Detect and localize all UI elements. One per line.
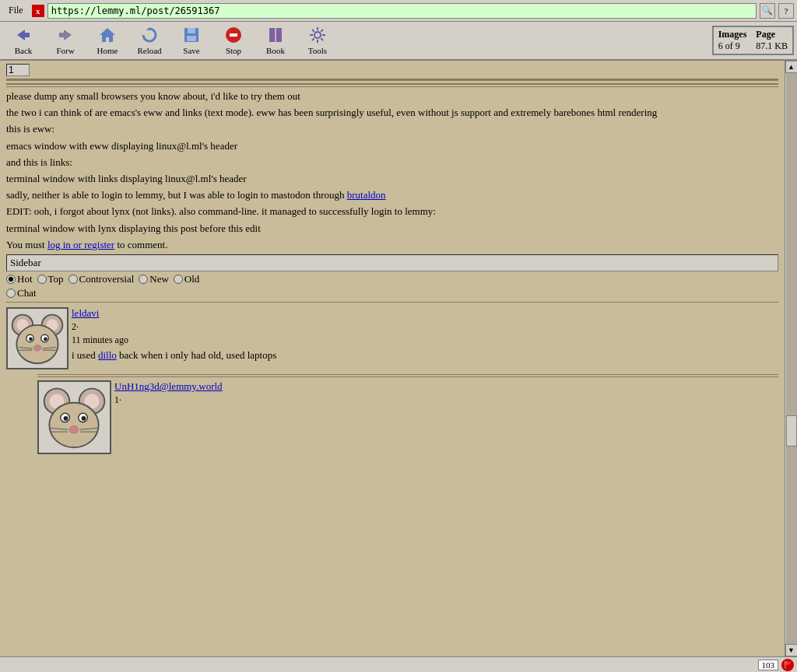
status-number: 103 (758, 660, 779, 670)
comment-1-body: leldavi 2· 11 minutes ago i used dillo b… (72, 307, 778, 365)
stop-label: Stop (226, 46, 241, 55)
svg-point-34 (49, 403, 98, 447)
comment-1-text-pre: i used (72, 349, 98, 361)
login-post: to comment. (114, 239, 167, 250)
status-flag: 🚩 (784, 661, 792, 669)
para-2: the two i can think of are emacs's eww a… (6, 106, 778, 120)
svg-point-38 (82, 416, 86, 421)
page-number-input[interactable] (6, 64, 30, 76)
stop-button[interactable]: Stop (213, 23, 254, 58)
status-icon: 🚩 (781, 659, 794, 671)
content-area[interactable]: please dump any small browsers you know … (0, 61, 785, 656)
sort-top-item[interactable]: Top (37, 273, 64, 285)
radio-chat[interactable] (6, 289, 16, 298)
scroll-down-button[interactable]: ▼ (785, 644, 798, 656)
radio-hot[interactable] (6, 275, 16, 284)
login-pre: You must (6, 239, 47, 250)
info-box: Images 6 of 9 Page 87.1 KB (712, 26, 794, 55)
reload-label: Reload (137, 46, 161, 55)
comment-1-meta: 2· (72, 321, 778, 333)
sort-controversial-item[interactable]: Controversial (68, 273, 135, 285)
sidebar-box: Sidebar (6, 254, 778, 271)
comment-1-text: i used dillo back when i only had old, u… (72, 348, 778, 362)
book-label: Book (266, 46, 285, 55)
svg-point-22 (29, 337, 33, 341)
para-7: sadly, neither is able to login to lemmy… (6, 188, 778, 202)
svg-point-19 (16, 325, 58, 363)
home-button[interactable]: Home (87, 23, 128, 58)
para-5: and this is links: (6, 156, 778, 170)
sort-top-label: Top (48, 273, 64, 285)
comment-1-time: 11 minutes ago (72, 334, 778, 346)
para-9: terminal window with lynx displaying thi… (6, 222, 778, 236)
comment-2-body: UnH1ng3d@lemmy.world 1· (114, 380, 778, 408)
comment-divider (6, 302, 778, 303)
para-4: emacs window with eww displaying linux@l… (6, 139, 778, 153)
svg-point-37 (64, 416, 68, 421)
radio-controversial[interactable] (68, 275, 78, 284)
search-button[interactable]: 🔍 (760, 3, 775, 19)
close-button[interactable]: x (32, 5, 44, 17)
save-button[interactable]: Save (171, 23, 212, 58)
title-bar: File x 🔍 ? (0, 0, 797, 22)
sort-new-item[interactable]: New (139, 273, 169, 285)
comment-2-score: 1· (114, 394, 778, 406)
svg-marker-0 (17, 30, 25, 40)
main-area: please dump any small browsers you know … (0, 61, 797, 656)
sort-hot-label: Hot (17, 273, 33, 285)
forward-label: Forw (56, 46, 74, 55)
sort-old-item[interactable]: Old (174, 273, 200, 285)
comment-2-username[interactable]: UnH1ng3d@lemmy.world (114, 380, 223, 392)
sort-hot-item[interactable]: Hot (6, 273, 33, 285)
svg-rect-8 (187, 36, 196, 41)
divider-2 (6, 83, 778, 85)
back-icon (14, 26, 33, 44)
svg-rect-1 (25, 33, 30, 37)
home-icon (98, 26, 117, 44)
radio-top[interactable] (37, 275, 47, 284)
svg-marker-2 (64, 30, 72, 40)
sort-options: Hot Top Controversial New Old (6, 273, 778, 285)
reload-button[interactable]: Reload (129, 23, 170, 58)
para-8: EDIT: ooh, i forgot about lynx (not link… (6, 205, 778, 219)
help-button[interactable]: ? (778, 3, 794, 19)
svg-rect-3 (59, 33, 64, 37)
back-button[interactable]: Back (3, 23, 44, 58)
para-1: please dump any small browsers you know … (6, 89, 778, 103)
toolbar: Back Forw Home Reload Save Stop (0, 22, 797, 61)
forward-button[interactable]: Forw (45, 23, 86, 58)
page-value: 87.1 KB (756, 40, 788, 52)
comment-2-score-val: 1· (114, 394, 121, 405)
dillo-link[interactable]: dillo (98, 349, 117, 361)
scroll-track[interactable] (786, 73, 797, 644)
svg-point-24 (33, 345, 41, 351)
divider-3 (6, 86, 778, 87)
comment-1-avatar (6, 307, 68, 369)
tools-button[interactable]: Tools (297, 23, 338, 58)
login-link[interactable]: log in or register (47, 239, 114, 250)
sort-chat-item[interactable]: Chat (6, 287, 37, 299)
book-button[interactable]: Book (255, 23, 296, 58)
comment-1-username[interactable]: leldavi (72, 307, 99, 319)
svg-point-23 (44, 337, 47, 341)
url-bar[interactable] (47, 3, 757, 19)
scroll-thumb[interactable] (786, 415, 797, 446)
file-menu[interactable]: File (3, 2, 29, 19)
sort-old-label: Old (184, 273, 200, 285)
comment-1-text-post: back when i only had old, used laptops (117, 349, 276, 361)
svg-rect-7 (188, 28, 195, 33)
home-label: Home (97, 46, 118, 55)
radio-old[interactable] (174, 275, 183, 284)
radio-new[interactable] (139, 275, 148, 284)
sort-controversial-label: Controversial (79, 273, 135, 285)
page-label: Page (756, 29, 788, 40)
brutaldon-link[interactable]: brutaldon (347, 189, 386, 201)
sort-chat-label: Chat (17, 287, 37, 299)
comment-2-avatar (37, 380, 111, 454)
comment-1-score: 2· (72, 321, 79, 332)
reload-icon (140, 26, 159, 44)
scroll-up-button[interactable]: ▲ (785, 61, 798, 73)
sidebar-label: Sidebar (10, 257, 41, 268)
forward-icon (56, 26, 75, 44)
svg-rect-10 (230, 33, 237, 37)
